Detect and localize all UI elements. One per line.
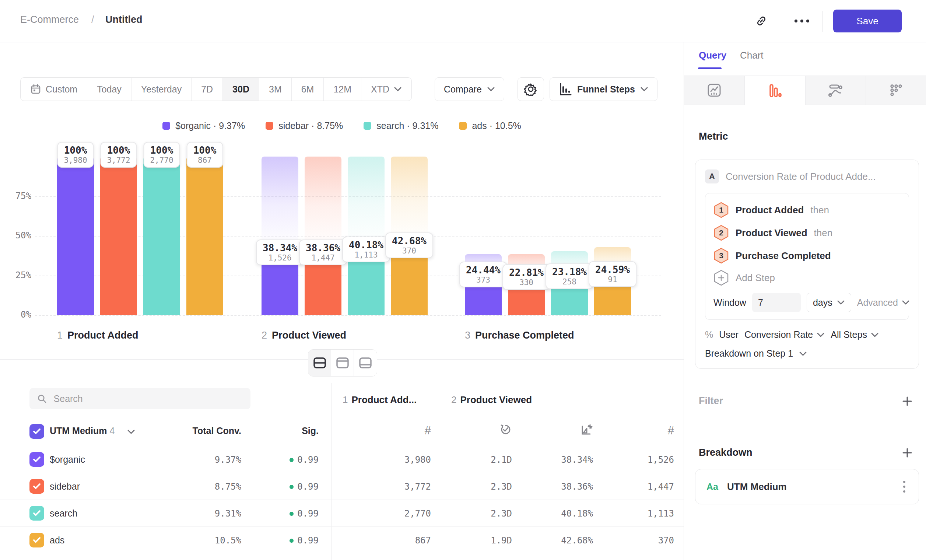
breadcrumb-report-title[interactable]: Untitled <box>105 14 142 26</box>
total-conv-header[interactable]: Total Conv. <box>193 425 241 436</box>
step-event-name: Purchase Completed <box>735 250 831 262</box>
range-yesterday[interactable]: Yesterday <box>132 78 192 101</box>
step2-count: 370 <box>658 535 674 546</box>
row-checkbox[interactable] <box>29 533 44 548</box>
search-input[interactable] <box>54 394 243 404</box>
chevron-down-icon <box>487 86 495 92</box>
bar-value-label: 42.68%370 <box>385 233 433 258</box>
breakdown-item-menu[interactable] <box>901 478 908 495</box>
bar-$organic-step1[interactable] <box>57 157 94 315</box>
measure-entity[interactable]: User <box>719 329 738 340</box>
layout-toggle <box>308 349 377 377</box>
table-row-ads[interactable]: ads0.9910.5%8671.9D42.68%370 <box>0 527 684 553</box>
add-step-button[interactable]: Add Step <box>713 267 900 289</box>
legend-label: $organic · 9.37% <box>176 121 245 131</box>
range-30d[interactable]: 30D <box>223 78 259 101</box>
total-conv-value: 10.5% <box>215 535 241 546</box>
measure-scope-select[interactable]: All Steps <box>831 329 879 340</box>
window-value-input[interactable] <box>752 293 801 312</box>
step2-conv-rate: 40.18% <box>561 509 593 519</box>
legend-item-2[interactable]: search · 9.31% <box>363 121 438 131</box>
range-3m[interactable]: 3M <box>259 78 292 101</box>
bar-sidebar-step1[interactable] <box>100 157 137 315</box>
table-row-organic[interactable]: $organic0.999.37%3,9802.1D38.34%1,526 <box>0 446 684 473</box>
step1-count: 3,980 <box>404 455 431 465</box>
range-7d[interactable]: 7D <box>192 78 223 101</box>
bar-ads-step1[interactable] <box>186 157 223 315</box>
more-menu-button[interactable] <box>792 11 812 31</box>
layout-table-only-button[interactable] <box>354 350 377 376</box>
advanced-toggle[interactable]: Advanced <box>857 297 910 308</box>
funnel-steps-icon <box>559 83 572 96</box>
range-12m[interactable]: 12M <box>324 78 361 101</box>
layout-chart-only-button[interactable] <box>331 350 354 376</box>
range-6m[interactable]: 6M <box>292 78 324 101</box>
row-checkbox[interactable] <box>29 506 44 521</box>
sig-header[interactable]: Sig. <box>302 425 319 436</box>
more-analyses-tab[interactable] <box>866 76 926 105</box>
gear-icon <box>524 82 538 96</box>
measure-metric-select[interactable]: Conversion Rate <box>744 329 825 340</box>
conv-rate-metric-icon <box>581 423 593 436</box>
legend-item-1[interactable]: sidebar · 8.75% <box>266 121 343 131</box>
range-xtd[interactable]: XTD <box>361 78 412 101</box>
chevron-down-icon[interactable] <box>127 429 135 434</box>
bar-count: 1,526 <box>263 253 297 262</box>
funnels-icon <box>767 83 783 98</box>
bar-pct: 42.68% <box>392 235 427 247</box>
bar-search-step1[interactable] <box>143 157 180 315</box>
select-all-checkbox[interactable] <box>29 424 44 439</box>
bar-count: 91 <box>595 275 630 284</box>
query-step-1[interactable]: 1Product Addedthen <box>713 198 900 221</box>
step2-conv-rate: 42.68% <box>561 535 593 546</box>
step2-conv-rate: 38.36% <box>561 481 593 492</box>
total-conv-value: 9.31% <box>215 509 241 519</box>
layout-split-button[interactable] <box>308 350 331 376</box>
funnels-tab[interactable] <box>745 76 806 105</box>
bar-pct: 38.34% <box>263 242 297 253</box>
chevron-down-icon <box>871 332 879 338</box>
chevron-down-icon <box>817 332 825 338</box>
bar-pct: 24.44% <box>466 265 501 275</box>
conversion-window-row: Window days Advanced <box>713 292 900 313</box>
metric-title-row[interactable]: A Conversion Rate of Product Adde... <box>705 170 909 183</box>
table-search <box>29 388 250 409</box>
range-today[interactable]: Today <box>87 78 132 101</box>
insights-tab[interactable] <box>684 76 745 105</box>
chevron-down-icon <box>799 351 807 356</box>
metric-section-label: Metric <box>699 131 728 142</box>
breakdown-item-utm-medium[interactable]: Aa UTM Medium <box>695 469 919 504</box>
topbar-divider <box>823 11 823 32</box>
range-custom[interactable]: Custom <box>21 78 87 101</box>
legend-item-3[interactable]: ads · 10.5% <box>459 121 521 131</box>
group-column-header[interactable]: UTM Medium 4 <box>50 425 115 436</box>
bar-count: 370 <box>392 247 427 255</box>
bar-value-label: 100%3,980 <box>57 142 94 168</box>
query-step-3[interactable]: 3Purchase Completed <box>713 244 900 267</box>
row-checkbox[interactable] <box>29 479 44 494</box>
table-row-search[interactable]: search0.999.31%2,7702.3D40.18%1,113 <box>0 499 684 527</box>
query-step-2[interactable]: 2Product Viewedthen <box>713 221 900 244</box>
report-canvas: CustomTodayYesterday7D30D3M6M12MXTD Comp… <box>0 42 684 560</box>
table-row-sidebar[interactable]: sidebar0.998.75%3,7722.3D38.36%1,447 <box>0 473 684 499</box>
gridline-0 <box>35 315 661 316</box>
chart-settings-button[interactable] <box>517 77 544 101</box>
retention-tab[interactable] <box>806 76 866 105</box>
chevron-down-icon <box>394 86 402 92</box>
compare-button[interactable]: Compare <box>435 77 504 101</box>
breadcrumb-project[interactable]: E-Commerce <box>20 14 79 26</box>
add-breakdown-button[interactable] <box>902 447 913 458</box>
add-filter-button[interactable] <box>902 396 913 407</box>
breakdown-on-select[interactable]: Breakdown on Step 1 <box>705 348 909 359</box>
copy-link-button[interactable] <box>751 11 771 31</box>
chart-type-button[interactable]: Funnel Steps <box>549 77 657 101</box>
tab-chart[interactable]: Chart <box>740 50 764 61</box>
bar-pct: 22.81% <box>509 267 544 278</box>
bar-pct: 24.59% <box>595 264 630 275</box>
window-unit-select[interactable]: days <box>806 293 851 312</box>
step-event-name: Product Added <box>735 204 804 216</box>
save-button[interactable]: Save <box>833 9 902 32</box>
row-checkbox[interactable] <box>29 452 44 467</box>
legend-item-0[interactable]: $organic · 9.37% <box>162 121 245 131</box>
tab-query[interactable]: Query <box>699 50 726 61</box>
